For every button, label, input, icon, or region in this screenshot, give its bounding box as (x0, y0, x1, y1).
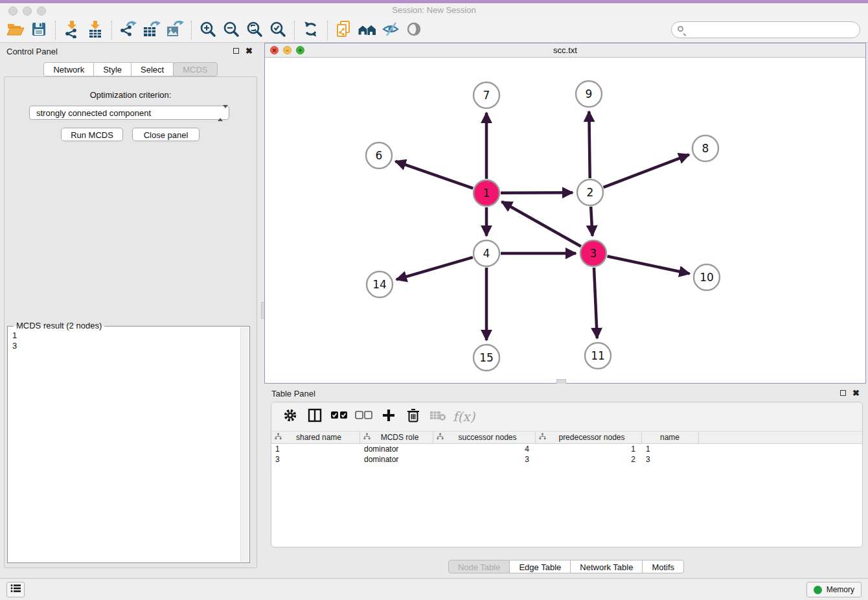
export-network-button[interactable] (117, 20, 140, 41)
graph-node-3[interactable]: 3 (580, 240, 606, 266)
graph-edge-2-9[interactable] (589, 111, 589, 178)
column-header-shared-name[interactable]: shared name (271, 432, 360, 443)
tab-select[interactable]: Select (131, 62, 174, 76)
column-header-label: shared name (282, 433, 360, 442)
result-line: 3 (12, 341, 236, 351)
svg-text:1: 1 (483, 187, 490, 200)
svg-text:9: 9 (586, 87, 593, 100)
home-icon (358, 21, 377, 40)
column-header-mcds-role[interactable]: MCDS role (360, 432, 433, 443)
graph-edge-2-3[interactable] (591, 207, 592, 236)
graph-edge-3-1[interactable] (502, 202, 581, 246)
graph-node-10[interactable]: 10 (694, 264, 720, 290)
table-cell[interactable]: 3 (433, 454, 536, 465)
show-eye-button[interactable] (402, 20, 426, 41)
table-cell[interactable]: dominator (360, 444, 433, 454)
zoom-fit-button[interactable] (243, 20, 266, 41)
zoom-in-button[interactable] (196, 20, 220, 41)
control-panel-title: Control Panel (6, 47, 58, 56)
close-panel-button[interactable]: Close panel (132, 128, 200, 141)
select-all-button[interactable] (330, 406, 349, 427)
table-cell[interactable]: 1 (271, 444, 360, 454)
tab-edge-table[interactable]: Edge Table (509, 560, 571, 573)
graph-node-9[interactable]: 9 (576, 81, 602, 107)
graph-edge-4-14[interactable] (396, 257, 473, 279)
clone-network-button[interactable] (332, 20, 356, 41)
tab-node-table[interactable]: Node Table (448, 560, 510, 573)
node-table: f(x) shared nameMCDS rolesuccessor nodes… (271, 402, 863, 548)
graph-node-7[interactable]: 7 (474, 82, 499, 108)
graph-node-15[interactable]: 15 (474, 345, 499, 371)
table-cell[interactable]: 2 (536, 454, 642, 465)
result-scrollbar[interactable] (240, 327, 249, 562)
tab-motifs[interactable]: Motifs (642, 560, 684, 573)
graph-node-8[interactable]: 8 (692, 135, 718, 161)
run-mcds-button[interactable]: Run MCDS (61, 128, 123, 141)
show-columns-button[interactable] (305, 406, 325, 427)
float-table-panel-icon[interactable] (840, 390, 846, 396)
column-header-predecessor-nodes[interactable]: predecessor nodes (536, 432, 642, 443)
graph-node-1[interactable]: 1 (474, 180, 499, 206)
search-input[interactable] (671, 21, 860, 38)
table-settings-button[interactable] (280, 406, 300, 427)
refresh-layout-button[interactable] (299, 20, 323, 41)
import-network-button[interactable] (60, 20, 84, 41)
graph-node-2[interactable]: 2 (577, 179, 603, 205)
task-history-button[interactable] (6, 582, 25, 597)
export-image-button[interactable] (163, 20, 187, 41)
gear-icon (283, 408, 297, 425)
deselect-all-button[interactable] (354, 406, 374, 427)
close-panel-icon[interactable]: ✖ (246, 46, 253, 56)
column-type-icon (363, 433, 371, 442)
table-row[interactable]: 1dominator411 (271, 444, 862, 454)
deselect-all-icon (355, 411, 373, 422)
graph-node-6[interactable]: 6 (366, 143, 392, 168)
mcds-result-text[interactable]: 13 (12, 330, 236, 351)
fx-icon: f(x) (453, 409, 475, 424)
hide-eye-button[interactable] (379, 20, 402, 41)
tab-network-table[interactable]: Network Table (570, 560, 643, 573)
memory-status-icon (814, 586, 822, 594)
svg-text:8: 8 (702, 142, 709, 155)
column-type-icon (437, 433, 444, 442)
float-panel-icon[interactable] (233, 48, 239, 54)
delete-column-button[interactable] (404, 406, 423, 427)
tab-style[interactable]: Style (93, 62, 131, 76)
control-panel: Control Panel ✖ NetworkStyleSelectMCDS O… (0, 43, 261, 578)
home-button[interactable] (356, 20, 379, 41)
graph-node-11[interactable]: 11 (585, 343, 611, 369)
graph-node-4[interactable]: 4 (474, 240, 499, 266)
add-column-button[interactable] (379, 406, 398, 427)
table-cell[interactable]: 1 (642, 444, 699, 454)
graph-edge-1-2[interactable] (501, 192, 573, 193)
function-builder-button[interactable]: f(x) (453, 406, 475, 427)
zoom-selected-button[interactable] (266, 20, 290, 41)
table-cell[interactable]: 3 (271, 454, 360, 465)
save-session-button[interactable] (27, 20, 51, 41)
table-cell[interactable]: 1 (536, 444, 642, 454)
network-canvas[interactable]: 7968124314101511 (265, 58, 865, 383)
table-cell[interactable]: 4 (433, 444, 536, 454)
hide-eye-icon (382, 21, 399, 40)
tab-mcds[interactable]: MCDS (173, 62, 217, 76)
tab-network[interactable]: Network (43, 62, 94, 76)
table-cell[interactable]: 3 (642, 454, 699, 465)
table-row[interactable]: 3dominator323 (271, 454, 862, 465)
graph-edge-3-11[interactable] (594, 268, 597, 338)
graph-edge-3-10[interactable] (608, 257, 690, 274)
graph-edge-2-8[interactable] (604, 155, 689, 188)
memory-button[interactable]: Memory (806, 582, 862, 597)
optimization-criterion-select[interactable]: strongly connected component (29, 106, 229, 120)
graph-node-14[interactable]: 14 (367, 271, 393, 297)
delete-table-button[interactable] (428, 406, 448, 427)
zoom-out-button[interactable] (220, 20, 243, 41)
svg-text:2: 2 (587, 186, 594, 199)
close-table-panel-icon[interactable]: ✖ (852, 388, 860, 398)
table-cell[interactable]: dominator (360, 454, 433, 465)
import-table-button[interactable] (84, 20, 107, 41)
open-file-button[interactable] (4, 20, 27, 41)
graph-edge-1-6[interactable] (395, 161, 473, 189)
export-table-button[interactable] (140, 20, 163, 41)
column-header-successor-nodes[interactable]: successor nodes (433, 432, 536, 443)
column-header-name[interactable]: name (642, 432, 699, 443)
